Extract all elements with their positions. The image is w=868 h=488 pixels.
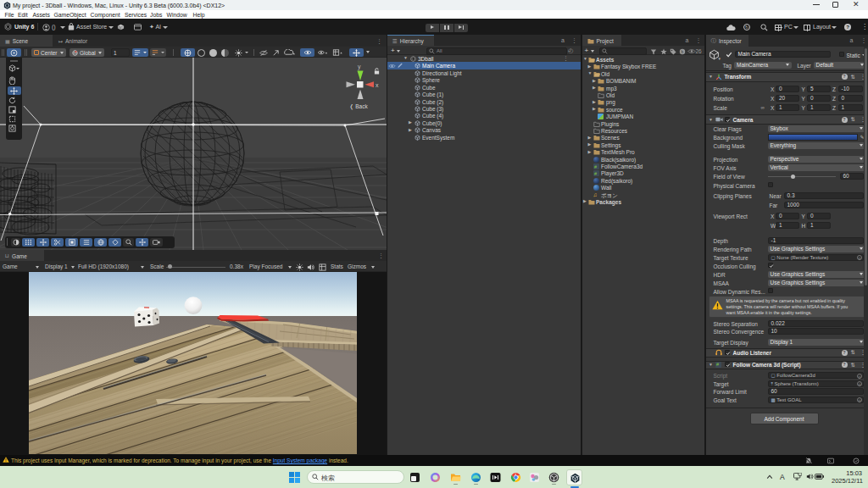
svg-text:y: y [358,64,361,70]
svg-text:x: x [376,82,379,88]
svg-text:b: b [681,50,683,54]
